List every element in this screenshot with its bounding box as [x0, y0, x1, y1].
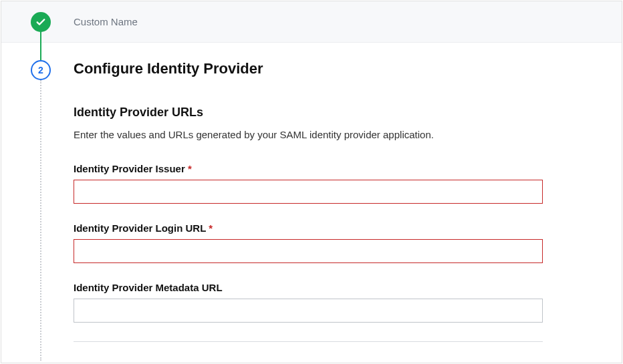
step-connector-solid [40, 31, 41, 60]
step-1-label: Custom Name [74, 16, 138, 27]
identity-provider-metadata-url-input[interactable] [74, 299, 543, 323]
field-login-url-label: Identity Provider Login URL * [74, 222, 595, 234]
divider [74, 341, 543, 342]
identity-provider-issuer-input[interactable] [74, 180, 543, 204]
field-metadata-url-label: Identity Provider Metadata URL [74, 282, 595, 293]
section-title: Identity Provider URLs [74, 106, 595, 120]
step-2-content: Configure Identity Provider Identity Pro… [74, 60, 595, 342]
required-marker: * [209, 222, 213, 234]
step-2-number: 2 [38, 65, 43, 75]
step-1-complete-badge [31, 12, 51, 32]
required-marker: * [188, 163, 192, 174]
step-connector-dotted [40, 80, 41, 361]
step-1-row[interactable]: Custom Name [1, 1, 622, 43]
checkmark-icon [35, 16, 47, 28]
field-issuer: Identity Provider Issuer * [74, 163, 595, 204]
wizard-panel: Custom Name 2 Configure Identity Provide… [1, 1, 622, 363]
field-login-url: Identity Provider Login URL * [74, 222, 595, 263]
step-2-badge: 2 [31, 60, 51, 80]
identity-provider-login-url-input[interactable] [74, 239, 543, 263]
field-issuer-label: Identity Provider Issuer * [74, 163, 595, 174]
field-metadata-url: Identity Provider Metadata URL [74, 282, 595, 323]
section-description: Enter the values and URLs generated by y… [74, 129, 595, 140]
step-2-title: Configure Identity Provider [74, 60, 595, 77]
